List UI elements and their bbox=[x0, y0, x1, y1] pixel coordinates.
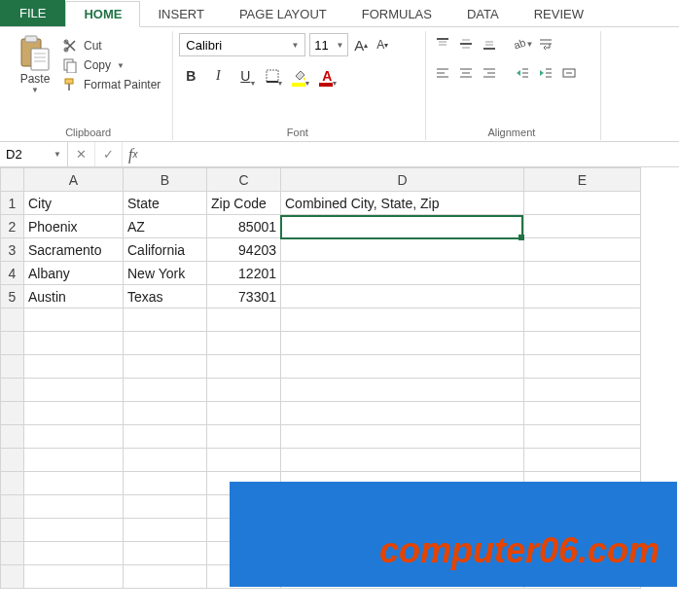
row-header[interactable] bbox=[1, 402, 24, 425]
row-header[interactable] bbox=[1, 519, 24, 542]
cell[interactable] bbox=[24, 379, 124, 402]
cell[interactable] bbox=[24, 495, 124, 519]
cut-button[interactable]: Cut bbox=[60, 37, 162, 54]
align-top-button[interactable] bbox=[432, 33, 453, 54]
cell[interactable]: Texas bbox=[124, 285, 207, 308]
col-header-B[interactable]: B bbox=[124, 168, 207, 192]
row-header[interactable] bbox=[1, 449, 24, 472]
tab-data[interactable]: DATA bbox=[449, 2, 517, 26]
cell[interactable] bbox=[207, 449, 281, 472]
tab-insert[interactable]: INSERT bbox=[140, 2, 221, 26]
cell[interactable] bbox=[524, 308, 641, 332]
cell[interactable]: 85001 bbox=[207, 215, 281, 238]
italic-button[interactable]: I bbox=[206, 64, 230, 88]
decrease-indent-button[interactable] bbox=[512, 62, 533, 84]
cell[interactable] bbox=[24, 308, 124, 332]
fill-color-button[interactable]: ▼ bbox=[288, 64, 311, 88]
cell[interactable] bbox=[524, 332, 641, 355]
align-left-button[interactable] bbox=[432, 62, 453, 84]
cell[interactable] bbox=[524, 215, 641, 238]
cell[interactable] bbox=[124, 355, 207, 379]
cell[interactable] bbox=[524, 379, 641, 402]
row-header-3[interactable]: 3 bbox=[1, 238, 24, 262]
grow-font-button[interactable]: A▴ bbox=[352, 33, 370, 56]
cell[interactable] bbox=[124, 402, 207, 425]
cell[interactable] bbox=[281, 355, 524, 379]
tab-file[interactable]: FILE bbox=[0, 0, 65, 26]
cell[interactable]: Austin bbox=[24, 285, 124, 308]
cell[interactable] bbox=[124, 379, 207, 402]
row-header[interactable] bbox=[1, 332, 24, 355]
cell[interactable] bbox=[281, 332, 524, 355]
cell[interactable] bbox=[207, 355, 281, 379]
row-header[interactable] bbox=[1, 355, 24, 379]
font-name-select[interactable]: Calibri ▼ bbox=[179, 33, 305, 56]
cell[interactable] bbox=[524, 192, 641, 215]
cell[interactable] bbox=[524, 285, 641, 308]
cell[interactable]: Zip Code bbox=[207, 192, 281, 215]
row-header-2[interactable]: 2 bbox=[1, 215, 24, 238]
cell[interactable]: Phoenix bbox=[24, 215, 124, 238]
cell[interactable] bbox=[524, 238, 641, 262]
name-box[interactable]: D2 ▼ bbox=[0, 142, 68, 166]
cell[interactable] bbox=[207, 425, 281, 449]
col-header-A[interactable]: A bbox=[24, 168, 124, 192]
cell[interactable] bbox=[24, 402, 124, 425]
font-size-select[interactable]: 11 ▼ bbox=[309, 33, 348, 56]
tab-page-layout[interactable]: PAGE LAYOUT bbox=[222, 2, 344, 26]
cell[interactable] bbox=[24, 565, 124, 589]
cell[interactable]: Sacramento bbox=[24, 238, 124, 262]
tab-formulas[interactable]: FORMULAS bbox=[344, 2, 449, 26]
cell[interactable]: 12201 bbox=[207, 262, 281, 285]
cell[interactable] bbox=[281, 285, 524, 308]
cell[interactable]: Albany bbox=[24, 262, 124, 285]
cell[interactable] bbox=[24, 472, 124, 495]
cell[interactable] bbox=[24, 449, 124, 472]
cell[interactable]: 94203 bbox=[207, 238, 281, 262]
row-header[interactable] bbox=[1, 308, 24, 332]
shrink-font-button[interactable]: A▾ bbox=[374, 33, 391, 56]
cell[interactable] bbox=[24, 332, 124, 355]
paste-dropdown[interactable]: ▼ bbox=[31, 86, 39, 94]
cancel-formula-button[interactable]: ✕ bbox=[68, 142, 95, 166]
align-bottom-button[interactable] bbox=[479, 33, 500, 54]
cell[interactable] bbox=[524, 449, 641, 472]
row-header[interactable] bbox=[1, 495, 24, 519]
row-header[interactable] bbox=[1, 379, 24, 402]
col-header-C[interactable]: C bbox=[207, 168, 281, 192]
cell[interactable] bbox=[124, 565, 207, 589]
cell[interactable] bbox=[524, 425, 641, 449]
cell[interactable] bbox=[524, 262, 641, 285]
cell[interactable] bbox=[24, 542, 124, 565]
cell[interactable] bbox=[281, 262, 524, 285]
cell[interactable] bbox=[281, 308, 524, 332]
cell[interactable] bbox=[281, 425, 524, 449]
copy-dropdown[interactable]: ▼ bbox=[117, 61, 125, 70]
cell[interactable] bbox=[124, 495, 207, 519]
col-header-D[interactable]: D bbox=[281, 168, 524, 192]
tab-home[interactable]: HOME bbox=[65, 1, 140, 27]
row-header[interactable] bbox=[1, 472, 24, 495]
cell[interactable] bbox=[207, 402, 281, 425]
paste-button[interactable]: Paste ▼ bbox=[14, 33, 56, 125]
row-header-5[interactable]: 5 bbox=[1, 285, 24, 308]
cell[interactable] bbox=[124, 308, 207, 332]
font-color-button[interactable]: A ▼ bbox=[315, 64, 339, 88]
cell[interactable]: California bbox=[124, 238, 207, 262]
cell[interactable] bbox=[124, 425, 207, 449]
increase-indent-button[interactable] bbox=[535, 62, 556, 84]
cell[interactable] bbox=[281, 238, 524, 262]
row-header-4[interactable]: 4 bbox=[1, 262, 24, 285]
cell[interactable] bbox=[24, 425, 124, 449]
cell[interactable] bbox=[124, 542, 207, 565]
orientation-button[interactable]: ab▼ bbox=[512, 33, 533, 54]
row-header[interactable] bbox=[1, 565, 24, 589]
wrap-text-button[interactable] bbox=[535, 33, 556, 54]
cell[interactable] bbox=[124, 332, 207, 355]
cell[interactable] bbox=[124, 519, 207, 542]
cell[interactable]: City bbox=[24, 192, 124, 215]
cell[interactable] bbox=[281, 449, 524, 472]
cell[interactable] bbox=[524, 355, 641, 379]
cell[interactable] bbox=[281, 402, 524, 425]
cell[interactable] bbox=[207, 308, 281, 332]
